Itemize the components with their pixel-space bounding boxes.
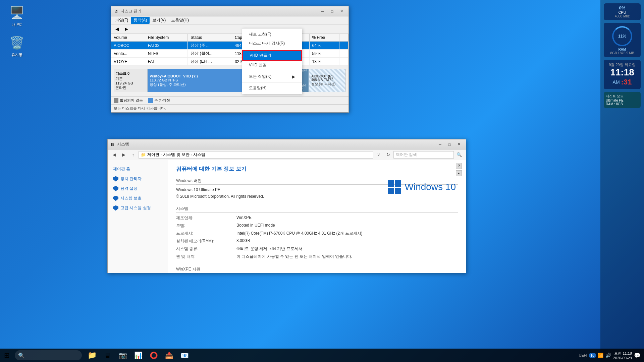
sidebar-item-device-mgr[interactable]: 장치 관리자 <box>108 174 168 184</box>
cpu-label: CPU <box>606 10 639 14</box>
search-icon: 🔍 <box>18 352 25 359</box>
close-button[interactable]: ✕ <box>337 8 346 15</box>
start-button[interactable]: ⊞ <box>0 349 13 362</box>
sysinfo-title: 시스템 <box>117 141 436 147</box>
minimize-button[interactable]: ─ <box>318 8 327 15</box>
search-placeholder: 제어판 검색 <box>396 152 417 158</box>
tray-badge: 10 <box>589 353 596 358</box>
cpu-mhz: 4008 Mhz <box>606 14 639 18</box>
back-button[interactable]: ◀ <box>113 25 121 33</box>
sidebar-item-home[interactable]: 제어판 홈 <box>108 164 168 174</box>
address-path[interactable]: 📁 제어판 › 시스템 및 보안 › 시스템 <box>139 151 373 159</box>
cell-extra <box>339 58 348 66</box>
ctx-sep3 <box>242 82 302 82</box>
path-text: 제어판 <box>147 152 159 158</box>
shield-icon-3 <box>113 196 118 201</box>
taskbar-apps: 📁 🖥 📷 📊 ⭕ 📤 📧 <box>85 349 192 362</box>
info-row-manufacturer: 제조업체: WinXPE <box>176 215 458 221</box>
right-sidebar: 0% CPU 4008 Mhz 11% RAM 8GB / 876.5 MB 9… <box>600 0 644 362</box>
disk-toolbar: ◀ ▶ <box>111 24 348 34</box>
desktop: 🖥️ 내 PC 🗑️ 휴지통 0% CPU 4008 Mhz 11% RAM 8… <box>0 0 644 362</box>
menu-view[interactable]: 보기(V) <box>150 17 168 24</box>
table-row[interactable]: Vento... NTFS 정상 (활성... 118.72 GB 70.20 … <box>111 50 348 58</box>
info-row-systype: 시스템 종류: 64비트 운영 체제, x64 기반 프로세서 <box>176 246 458 252</box>
recycle-icon: 🗑️ <box>9 35 25 51</box>
table-row[interactable]: AIOBOC FAT32 정상 (주 ... 494 MB 317 MB 64 … <box>111 42 348 50</box>
ctx-help[interactable]: 도움말(H) <box>242 83 302 93</box>
legend-primary-label: 주 파티션 <box>154 98 170 103</box>
sysinfo-close[interactable]: ✕ <box>454 141 463 148</box>
menu-help[interactable]: 도움말(H) <box>168 17 192 24</box>
info-row-cpu: 프로세서: Intel(R) Core(TM) i7-6700K CPU @ 4… <box>176 231 458 236</box>
device-mgr-label: 장치 관리자 <box>120 176 142 182</box>
cell-pct: 64 % <box>309 42 339 50</box>
desktop-icon-recycle[interactable]: 🗑️ 휴지통 <box>3 34 30 59</box>
legend-unallocated-label: 할당되지 않음 <box>120 98 143 103</box>
taskbar-camera[interactable]: 📷 <box>115 349 130 362</box>
sysinfo-window: 🖥 시스템 ─ □ ✕ ◀ ▶ ↑ 📁 제어판 › 시스템 및 보안 › 시스템… <box>107 139 466 273</box>
col-pct: % Free <box>309 34 339 42</box>
tray-notification[interactable]: 💬 <box>634 352 641 359</box>
chevron-icon-2: › <box>191 153 192 157</box>
path-text-3: 시스템 <box>193 152 205 158</box>
info-value-pen: 이 디스플레이에 사용할 수 있는 펜 또는 터치식 입력이 없습니다. <box>236 254 352 259</box>
scroll-up-button[interactable]: ▲ <box>456 170 462 176</box>
ctx-refresh[interactable]: 새로 고침(F) <box>242 30 302 39</box>
menu-action[interactable]: 동작(A) <box>131 17 150 24</box>
nav-refresh[interactable]: ↻ <box>384 151 392 159</box>
sysinfo-maximize[interactable]: □ <box>445 141 454 148</box>
disk-status: 온라인 <box>115 85 146 90</box>
nav-forward[interactable]: ▶ <box>120 151 128 159</box>
tray-clock: 오전 11:18 2020-09-29 <box>613 351 632 360</box>
taskbar-power[interactable]: ⭕ <box>146 349 161 362</box>
tray-time: 오전 11:18 <box>613 351 632 356</box>
taskbar-search[interactable]: 🔍 <box>15 350 82 360</box>
window-controls: ─ □ ✕ <box>318 8 346 15</box>
taskbar-monitor[interactable]: 🖥 <box>100 349 115 362</box>
help-button[interactable]: ? <box>456 163 462 169</box>
ctx-create-vhd[interactable]: VHD 만들기 <box>242 50 302 61</box>
shield-icon-4 <box>113 205 118 211</box>
partition-fat32[interactable]: AIOBOOT (E:) 498 MB FAT32 정상 (주 파티션) <box>309 69 345 92</box>
disk-name: 디스크 0 <box>115 71 146 76</box>
nav-back[interactable]: ◀ <box>110 151 118 159</box>
ctx-rescan[interactable]: 디스크 다시 검사(R) <box>242 39 302 48</box>
disk-size: 119.24 GB <box>115 81 146 85</box>
search-box[interactable]: 제어판 검색 <box>393 151 454 159</box>
search-button[interactable]: 🔍 <box>455 151 463 159</box>
primary-box <box>148 98 153 103</box>
cell-status: 정상 (EFI ... <box>188 58 232 66</box>
win-sq-3 <box>388 188 394 194</box>
sidebar-item-advanced[interactable]: 고급 시스템 설정 <box>108 203 168 213</box>
desktop-icon-mypc[interactable]: 🖥️ 내 PC <box>3 3 30 28</box>
maximize-button[interactable]: □ <box>328 8 336 15</box>
disk-status-bar: 모든 디스크를 다시 검사합니다. <box>111 104 348 112</box>
sidebar-item-protect[interactable]: 시스템 보호 <box>108 193 168 203</box>
taskbar-chart[interactable]: 📊 <box>131 349 146 362</box>
ram-info: 8GB / 876.5 MB <box>606 51 639 55</box>
sidebar-item-remote[interactable]: 원격 설정 <box>108 184 168 193</box>
nav-up[interactable]: ↑ <box>129 151 137 159</box>
menu-file[interactable]: 파일(F) <box>112 17 131 24</box>
clock-sec: :31 <box>621 78 632 86</box>
legend-primary: 주 파티션 <box>148 98 170 103</box>
sysinfo-controls: ─ □ ✕ <box>436 141 463 148</box>
cpu-widget: 0% CPU 4008 Mhz <box>604 3 641 20</box>
advanced-label: 고급 시스템 설정 <box>120 205 151 211</box>
scroll-area: ? ▲ <box>456 163 462 176</box>
clock-ampm: AM <box>613 79 620 85</box>
table-row[interactable]: VTOYE FAT 정상 (EFI ... 32 MB 4 MB 13 % <box>111 58 348 66</box>
ctx-all-tasks[interactable]: 모든 작업(K) ▶ <box>242 72 302 81</box>
sysinfo-minimize[interactable]: ─ <box>436 141 444 148</box>
chevron-icon-1: › <box>161 153 162 157</box>
forward-button[interactable]: ▶ <box>122 25 130 33</box>
clock-widget: 9월 29일 화요일 11:18 AM :31 <box>604 60 641 89</box>
info-row-pen: 펜 및 터치: 이 디스플레이에 사용할 수 있는 펜 또는 터치식 입력이 없… <box>176 254 458 259</box>
nav-dropdown[interactable]: ∨ <box>375 151 383 159</box>
taskbar-email[interactable]: 📧 <box>177 349 192 362</box>
taskbar-upload[interactable]: 📤 <box>162 349 176 362</box>
mypc-label: 내 PC <box>12 22 21 27</box>
unallocated-box <box>114 98 118 103</box>
ctx-connect-vhd[interactable]: VHD 연결 <box>242 61 302 70</box>
taskbar-file-explorer[interactable]: 📁 <box>85 349 99 362</box>
